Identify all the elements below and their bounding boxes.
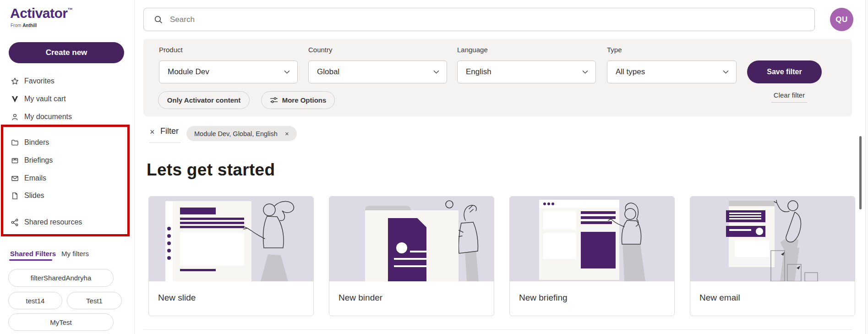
field-label-country: Country [308, 46, 333, 54]
app-logo: Activator™ [10, 5, 72, 21]
vault-v-icon [11, 95, 19, 103]
tab-shared-filters[interactable]: Shared Filters [10, 250, 56, 257]
language-dropdown[interactable]: English [457, 60, 596, 83]
country-dropdown[interactable]: Global [308, 60, 447, 83]
sidebar-item-label: My documents [24, 113, 72, 121]
clear-filter-link[interactable]: Clear filter [771, 91, 807, 103]
new-binder-card[interactable]: New binder [329, 196, 494, 316]
sidebar-item-shared-resources[interactable]: Shared resources [0, 216, 134, 228]
binder-illustration [329, 197, 494, 281]
product-dropdown[interactable]: Module Dev [159, 60, 298, 83]
search-bar[interactable] [143, 8, 815, 31]
sidebar-item-label: Slides [24, 192, 44, 200]
sidebar-item-vault-cart[interactable]: My vault cart [0, 93, 134, 105]
scrollbar-thumb[interactable] [859, 136, 862, 209]
trademark-symbol: ™ [68, 7, 73, 12]
sidebar-item-briefings[interactable]: Briefings [0, 154, 134, 166]
page-icon [11, 192, 19, 200]
more-options-button[interactable]: More Options [261, 91, 335, 109]
slide-illustration [149, 197, 314, 281]
filter-close-icon[interactable]: × [150, 127, 155, 137]
active-tab-underline [9, 259, 52, 261]
field-label-language: Language [457, 46, 488, 54]
activator-app: Activator™ From Anthill Create new Favor… [0, 0, 868, 334]
sidebar-item-my-documents[interactable]: My documents [0, 111, 134, 123]
card-label: New binder [329, 281, 494, 303]
card-label: New briefing [510, 281, 674, 303]
briefing-illustration [510, 197, 675, 281]
section-divider [143, 329, 852, 330]
sliders-icon [270, 97, 278, 104]
chevron-down-icon [433, 70, 439, 74]
email-illustration [690, 197, 855, 281]
dropdown-value: English [466, 67, 491, 77]
saved-filter-chip[interactable]: test14 [8, 292, 62, 309]
new-briefing-card[interactable]: New briefing [509, 196, 675, 316]
saved-filter-chip[interactable]: Test1 [67, 292, 122, 309]
saved-filter-chip[interactable]: MyTest [8, 313, 114, 331]
only-activator-content-toggle[interactable]: Only Activator content [158, 91, 250, 109]
star-icon [11, 77, 19, 85]
filter-label-underline [149, 142, 180, 143]
chevron-down-icon [284, 70, 290, 74]
dropdown-value: All types [616, 67, 645, 77]
sidebar-item-label: Shared resources [24, 218, 82, 226]
chevron-down-icon [582, 70, 588, 74]
applied-filter-chip[interactable]: Module Dev, Global, English × [186, 126, 297, 141]
search-icon [154, 15, 163, 24]
logo-subtitle: From Anthill [11, 23, 37, 28]
type-dropdown[interactable]: All types [607, 60, 737, 83]
field-label-product: Product [159, 46, 183, 54]
dropdown-value: Global [317, 67, 339, 77]
archive-box-icon [11, 157, 19, 164]
new-slide-card[interactable]: New slide [148, 196, 314, 316]
sidebar-item-binders[interactable]: Binders [0, 137, 134, 148]
field-label-type: Type [607, 46, 622, 54]
sidebar-item-label: Briefings [24, 156, 53, 164]
sidebar: Activator™ From Anthill Create new Favor… [0, 0, 135, 334]
new-email-card[interactable]: New email [690, 196, 855, 316]
sidebar-item-favorites[interactable]: Favorites [0, 75, 134, 87]
filter-row-label: Filter [160, 126, 179, 136]
person-icon [11, 113, 19, 121]
sidebar-item-label: Emails [24, 174, 46, 182]
dropdown-value: Module Dev [168, 67, 209, 77]
create-new-button[interactable]: Create new [9, 42, 124, 63]
saved-filter-chip[interactable]: filterSharedAndryha [8, 269, 114, 287]
save-filter-button[interactable]: Save filter [747, 60, 822, 83]
sidebar-item-emails[interactable]: Emails [0, 172, 134, 184]
envelope-icon [11, 175, 19, 182]
card-label: New slide [149, 281, 313, 303]
user-avatar[interactable]: QU [830, 8, 853, 31]
share-nodes-icon [11, 219, 19, 226]
applied-filter-text: Module Dev, Global, English [194, 130, 278, 137]
sidebar-item-label: My vault cart [24, 95, 66, 103]
tab-my-filters[interactable]: My filters [61, 250, 89, 257]
search-input[interactable] [169, 15, 721, 25]
chip-remove-icon[interactable]: × [285, 130, 289, 137]
sidebar-item-slides[interactable]: Slides [0, 190, 134, 202]
folder-icon [11, 139, 19, 147]
sidebar-item-label: Binders [24, 138, 49, 147]
card-label: New email [690, 281, 855, 303]
scrollbar-gutter [866, 0, 868, 334]
chevron-down-icon [723, 70, 729, 74]
page-title: Lets get started [147, 160, 275, 180]
sidebar-item-label: Favorites [24, 77, 55, 85]
